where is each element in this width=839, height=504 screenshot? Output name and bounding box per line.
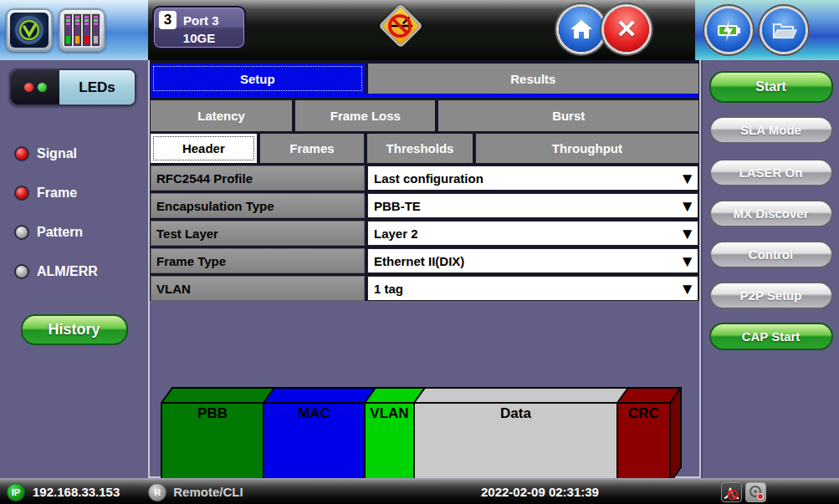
top-bar-left	[0, 0, 148, 60]
sla-mode-button[interactable]: SLA Mode	[709, 116, 833, 144]
frame-block-label-crc: CRC	[628, 405, 659, 421]
tab-thresholds[interactable]: Thresholds	[367, 134, 473, 163]
led-signal: Signal	[14, 146, 139, 161]
ip-icon: IP	[7, 483, 25, 501]
led-label: ALM/ERR	[37, 264, 98, 279]
home-icon	[569, 18, 594, 41]
modules-icon	[63, 13, 101, 48]
main-panel: SetupResults LatencyFrame LossBurst Head…	[148, 60, 701, 478]
p2p-setup-button[interactable]: P2P Setup	[709, 282, 833, 309]
module-slot-status	[94, 36, 98, 43]
frame-block-label-data: Data	[500, 405, 531, 421]
remote-mode-label: Remote/CLI	[173, 485, 243, 499]
veex-logo-icon	[10, 13, 49, 48]
cap-start-button[interactable]: CAP Start	[709, 323, 833, 350]
module-slot-icon	[83, 14, 90, 46]
chevron-down-icon[interactable]: ▼	[679, 171, 695, 186]
tab-frames[interactable]: Frames	[260, 134, 365, 163]
led-dot-icon	[14, 146, 29, 161]
home-button[interactable]	[559, 7, 604, 52]
files-button[interactable]	[762, 8, 806, 52]
tabs-and-form: SetupResults LatencyFrame LossBurst Head…	[150, 60, 699, 301]
status-mini-icons	[721, 482, 766, 502]
dropdown-value: PBB-TE	[374, 199, 421, 213]
dropdown-rfc2544-profile[interactable]: Last configuration▼	[367, 165, 698, 191]
field-label-rfc2544-profile: RFC2544 Profile	[151, 165, 365, 191]
field-label-encapsulation-type: Encapsulation Type	[151, 193, 365, 218]
mx-discover-button[interactable]: MX Discover	[709, 200, 833, 227]
module-slot-status	[84, 36, 89, 43]
frame-blocks-svg: PBBMACVLANDataCRC	[161, 387, 683, 485]
led-label: Signal	[37, 146, 77, 161]
battery-icon	[715, 18, 742, 42]
form-row-frame-type: Frame TypeEthernet II(DIX)▼	[151, 248, 698, 273]
test-type-tab-row: LatencyFrame LossBurst	[151, 100, 698, 131]
history-button[interactable]: History	[21, 314, 128, 345]
port-rate: 10GE	[159, 31, 239, 45]
port-tab[interactable]: 3 Port 3 10GE	[152, 6, 246, 49]
module-slot-icon	[74, 14, 81, 46]
tab-results[interactable]: Results	[368, 64, 698, 94]
field-label-test-layer: Test Layer	[151, 221, 365, 246]
chevron-down-icon[interactable]: ▼	[679, 226, 695, 242]
close-icon: ✕	[616, 17, 637, 42]
frame-block-side-face	[670, 388, 681, 483]
frame-block-top-data	[414, 388, 628, 403]
chevron-down-icon[interactable]: ▼	[679, 198, 695, 214]
laser-on-button[interactable]: LASER On	[709, 159, 833, 186]
form-row-rfc2544-profile: RFC2544 ProfileLast configuration▼	[151, 165, 698, 191]
tab-throughput[interactable]: Throughput	[476, 134, 698, 163]
led-dot-icon	[14, 186, 29, 201]
start-button[interactable]: Start	[709, 71, 833, 103]
active-tab-underline	[151, 94, 698, 98]
module-slot-status	[75, 36, 79, 43]
led-label: Frame	[37, 186, 77, 201]
tab-latency[interactable]: Latency	[151, 100, 292, 131]
storage-alert-icon	[745, 482, 766, 502]
dropdown-vlan[interactable]: 1 tag▼	[367, 276, 698, 301]
form-row-vlan: VLAN1 tag▼	[151, 276, 698, 301]
close-button[interactable]: ✕	[604, 7, 649, 52]
port-name: Port 3	[183, 13, 219, 28]
setup-section-tab-row: HeaderFramesThresholdsThroughput	[151, 134, 698, 163]
frame-block-label-pbb: PBB	[197, 405, 228, 421]
dropdown-value: Last configuration	[374, 171, 483, 186]
battery-status-button[interactable]	[707, 8, 750, 52]
control-button[interactable]: Control	[709, 241, 833, 268]
led-label: Pattern	[37, 225, 83, 240]
port-number-badge: 3	[159, 11, 176, 29]
chevron-down-icon[interactable]: ▼	[679, 253, 695, 269]
veex-logo-button[interactable]	[6, 8, 53, 52]
datetime: 2022-02-09 02:31:39	[481, 485, 599, 499]
tab-frame-loss[interactable]: Frame Loss	[295, 100, 435, 131]
histogram-disabled-icon	[721, 482, 742, 502]
modules-button[interactable]	[59, 8, 105, 52]
led-list: SignalFramePatternALM/ERR	[9, 146, 139, 279]
laser-off-warning-icon	[378, 3, 423, 48]
frame-block-top-mac	[263, 388, 376, 403]
leds-button[interactable]: LEDs	[9, 69, 136, 106]
top-bar: 3 Port 3 10GE	[0, 0, 839, 60]
dropdown-test-layer[interactable]: Layer 2▼	[367, 221, 698, 246]
chevron-down-icon[interactable]: ▼	[679, 281, 695, 297]
content-row: LEDs SignalFramePatternALM/ERR History S…	[0, 60, 839, 478]
dropdown-frame-type[interactable]: Ethernet II(DIX)▼	[367, 248, 698, 273]
frame-block-label-vlan: VLAN	[370, 405, 408, 421]
tab-setup[interactable]: Setup	[151, 64, 365, 94]
dropdown-value: Layer 2	[374, 227, 418, 241]
module-slot-icon	[92, 14, 100, 46]
tab-header[interactable]: Header	[151, 134, 257, 163]
field-label-frame-type: Frame Type	[151, 248, 365, 273]
top-bar-middle: 3 Port 3 10GE	[148, 0, 695, 60]
remote-icon: R	[148, 483, 166, 501]
dropdown-encapsulation-type[interactable]: PBB-TE▼	[367, 193, 698, 218]
module-slot-status	[66, 36, 70, 43]
tab-burst[interactable]: Burst	[438, 100, 698, 131]
frame-structure-diagram: PBBMACVLANDataCRC	[150, 301, 699, 476]
module-slot-icon	[64, 14, 72, 46]
setup-form: RFC2544 ProfileLast configuration▼Encaps…	[151, 165, 698, 301]
top-bar-right	[695, 0, 839, 60]
action-sidebar: StartSLA ModeLASER OnMX DiscoverControlP…	[701, 60, 839, 478]
leds-button-label: LEDs	[59, 70, 135, 104]
dropdown-value: 1 tag	[374, 282, 403, 296]
